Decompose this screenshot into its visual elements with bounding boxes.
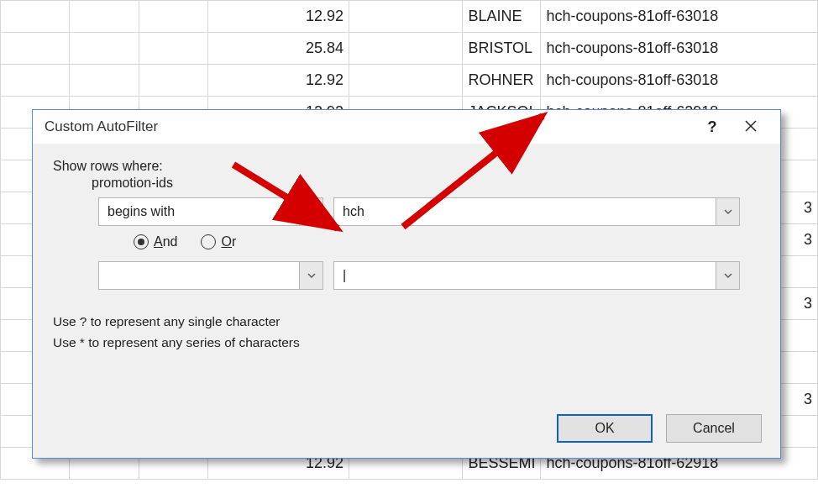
custom-autofilter-dialog: Custom AutoFilter ? Show rows where: pro… [32,109,781,459]
and-radio[interactable]: And [134,234,177,249]
hint-asterisk: Use * to represent any series of charact… [53,333,760,354]
close-icon [745,118,757,136]
filter-row-1: begins with hch [98,197,760,226]
show-rows-where-label: Show rows where: [53,159,760,174]
chevron-down-icon[interactable] [299,262,322,289]
table-row[interactable]: 12.92ROHNERhch-coupons-81off-63018 [1,65,818,97]
help-icon: ? [708,118,717,136]
value-text-2: | [343,268,346,283]
cell[interactable] [1,33,70,65]
cell[interactable]: hch-coupons-81off-63018 [541,33,818,65]
value-text-1: hch [343,204,364,219]
cell[interactable]: hch-coupons-81off-63018 [541,1,818,33]
radio-icon [134,234,149,249]
cell[interactable] [349,1,463,33]
table-row[interactable]: 12.92BLAINEhch-coupons-81off-63018 [1,1,818,33]
cell[interactable] [349,33,463,65]
operator-combo-1[interactable]: begins with [98,197,323,226]
field-name-label: promotion-ids [92,176,760,191]
or-radio[interactable]: Or [201,234,236,249]
cell[interactable]: 25.84 [208,33,349,65]
or-label: Or [221,234,236,249]
help-button[interactable]: ? [693,110,731,144]
cell[interactable] [1,1,70,33]
cell[interactable]: BRISTOL [463,33,541,65]
cell[interactable] [349,65,463,97]
cell[interactable] [139,1,207,33]
value-combo-1[interactable]: hch [333,197,740,226]
operator-value-1: begins with [107,204,175,219]
cell[interactable] [139,65,207,97]
cell[interactable]: hch-coupons-81off-63018 [541,65,818,97]
chevron-down-icon[interactable] [299,198,322,225]
ok-button[interactable]: OK [557,414,653,443]
cell[interactable] [1,65,70,97]
operator-combo-2[interactable] [98,261,323,290]
value-combo-2[interactable]: | [333,261,740,290]
close-button[interactable] [731,110,770,144]
dialog-title: Custom AutoFilter [45,118,693,135]
cell[interactable]: BLAINE [463,1,541,33]
dialog-titlebar[interactable]: Custom AutoFilter ? [33,110,780,144]
radio-icon [201,234,216,249]
filter-row-2: | [98,261,760,290]
and-label: And [154,234,177,249]
wildcard-hints: Use ? to represent any single character … [53,312,760,354]
chevron-down-icon[interactable] [716,198,739,225]
cell[interactable]: 12.92 [208,1,349,33]
logic-radio-group: And Or [134,234,760,249]
chevron-down-icon[interactable] [716,262,739,289]
cell[interactable]: 12.92 [208,65,349,97]
cell[interactable] [139,33,207,65]
cell[interactable] [70,33,139,65]
dialog-footer: OK Cancel [557,414,762,443]
cell[interactable] [70,1,139,33]
table-row[interactable]: 25.84BRISTOLhch-coupons-81off-63018 [1,33,818,65]
hint-question-mark: Use ? to represent any single character [53,312,760,333]
cell[interactable] [70,65,139,97]
cell[interactable]: ROHNER [463,65,541,97]
cancel-button[interactable]: Cancel [666,414,762,443]
